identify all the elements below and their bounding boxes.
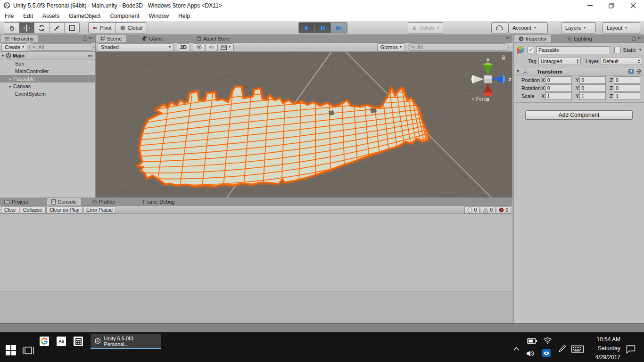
foldout-arrow-icon[interactable]: ▼ xyxy=(516,69,520,74)
expand-arrow-icon[interactable]: ▸ xyxy=(8,84,13,89)
expand-arrow-icon[interactable]: ▸ xyxy=(8,77,13,81)
menu-gameobject[interactable]: GameObject xyxy=(64,11,105,21)
static-checkbox[interactable] xyxy=(614,47,621,53)
task-view-button[interactable] xyxy=(22,346,35,355)
account-dropdown[interactable]: Account▾ xyxy=(508,22,548,33)
panel-menu-icon[interactable]: ▾≡ xyxy=(506,35,511,41)
scale-tool-button[interactable] xyxy=(50,23,65,33)
panel-menu-icon[interactable]: ▾≡ xyxy=(637,35,643,41)
rect-tool-button[interactable] xyxy=(65,23,79,33)
tab-asset-store[interactable]: Asset Store xyxy=(192,35,234,42)
scene-audio-button[interactable] xyxy=(205,43,217,51)
error-pause-button[interactable]: Error Pause xyxy=(83,206,116,214)
touch-keyboard-icon[interactable] xyxy=(571,346,584,353)
hierarchy-item-eventsystem[interactable]: EventSystem xyxy=(0,90,95,98)
console-log-area[interactable] xyxy=(0,214,512,291)
rotation-y-field[interactable] xyxy=(579,84,606,92)
volume-icon[interactable] xyxy=(526,350,535,357)
scene-search-input[interactable] xyxy=(417,44,505,50)
position-z-field[interactable] xyxy=(614,76,640,84)
menu-component[interactable]: Component xyxy=(105,11,144,21)
scene-menu-icon[interactable]: ▾≡ xyxy=(88,53,93,58)
gameobject-cube-icon[interactable] xyxy=(516,45,525,55)
create-button[interactable]: Create▾ xyxy=(1,43,27,51)
tab-frame-debug[interactable]: Frame Debug xyxy=(139,198,179,206)
clear-button[interactable]: Clear xyxy=(1,206,19,214)
pen-tray-icon[interactable] xyxy=(558,345,566,353)
start-button[interactable] xyxy=(6,345,16,355)
collab-dropdown[interactable]: Collab ▾ xyxy=(408,22,443,33)
hand-tool-button[interactable] xyxy=(4,23,19,33)
lock-icon[interactable] xyxy=(632,36,636,41)
tray-expand-chevron[interactable] xyxy=(513,346,520,351)
unity-taskbar-button[interactable]: Unity 5.5.0f3 Personal... xyxy=(91,334,161,348)
cloud-button[interactable] xyxy=(491,22,508,33)
tab-lighting[interactable]: Lighting xyxy=(562,35,596,42)
tab-game[interactable]: Game xyxy=(138,35,167,42)
wifi-icon[interactable] xyxy=(543,337,552,344)
menu-edit[interactable]: Edit xyxy=(18,11,38,21)
scene-viewport[interactable]: y z x < Persp xyxy=(96,52,512,198)
dictionary-taskbar-icon[interactable]: Aa xyxy=(57,337,66,346)
scene-effects-dropdown[interactable]: ▾ xyxy=(217,43,234,51)
scene-lighting-button[interactable] xyxy=(193,43,205,51)
scale-y-field[interactable] xyxy=(579,92,606,100)
lock-icon[interactable] xyxy=(501,55,506,60)
hierarchy-item-sun[interactable]: Sun xyxy=(0,60,95,67)
transform-component-header[interactable]: ▼ Transform ? xyxy=(514,67,644,76)
rotation-z-field[interactable] xyxy=(614,84,640,92)
rotation-x-field[interactable] xyxy=(545,84,572,92)
warning-count-toggle[interactable]: ! 0 xyxy=(480,206,495,214)
console-detail-area[interactable] xyxy=(0,291,512,324)
move-tool-button[interactable] xyxy=(19,23,34,33)
clear-on-play-button[interactable]: Clear on Play xyxy=(46,206,83,214)
layout-dropdown[interactable]: Layout▾ xyxy=(603,22,640,33)
tab-project[interactable]: Project xyxy=(0,198,32,206)
step-button[interactable] xyxy=(331,23,347,33)
panel-menu-icon[interactable]: ▾≡ xyxy=(89,35,94,41)
restore-button[interactable] xyxy=(601,0,622,11)
hierarchy-search-input[interactable] xyxy=(38,44,91,50)
tab-scene[interactable]: Scene xyxy=(96,34,126,42)
hierarchy-scene-row[interactable]: ▼ Main ▾≡ xyxy=(0,52,95,60)
tag-dropdown[interactable]: Untagged▴▾ xyxy=(538,57,581,65)
hierarchy-item-pausable[interactable]: ▸Pausable xyxy=(0,75,95,82)
layer-dropdown[interactable]: Default▴▾ xyxy=(601,57,642,65)
gear-icon[interactable] xyxy=(636,68,642,74)
tab-hierarchy[interactable]: Hierarchy xyxy=(0,34,38,42)
position-y-field[interactable] xyxy=(579,76,606,84)
menu-file[interactable]: File xyxy=(0,11,18,21)
2d-toggle-button[interactable]: 2D xyxy=(177,43,190,51)
projection-mode-label[interactable]: < Persp xyxy=(471,96,489,102)
hierarchy-item-canvas[interactable]: ▸Canvas xyxy=(0,82,95,90)
play-button[interactable] xyxy=(299,23,315,33)
pause-button[interactable] xyxy=(315,23,331,33)
scale-x-field[interactable] xyxy=(545,92,572,100)
static-dropdown-icon[interactable]: ▼ xyxy=(638,48,642,52)
menu-help[interactable]: Help xyxy=(173,11,195,21)
layers-dropdown[interactable]: Layers▾ xyxy=(561,22,596,33)
lock-icon[interactable] xyxy=(83,36,87,41)
hierarchy-item-maincontroller[interactable]: MainController xyxy=(0,67,95,75)
tab-profiler[interactable]: Profiler xyxy=(88,198,120,206)
minimize-button[interactable] xyxy=(579,0,601,11)
menu-window[interactable]: Window xyxy=(144,11,173,21)
object-name-field[interactable] xyxy=(537,46,610,54)
scene-mesh[interactable] xyxy=(132,80,440,193)
collapse-button[interactable]: Collapse xyxy=(20,206,46,214)
battery-icon[interactable] xyxy=(527,338,537,344)
foldout-arrow-icon[interactable]: ▼ xyxy=(0,54,6,58)
calculator-taskbar-icon[interactable] xyxy=(74,337,83,346)
rotate-tool-button[interactable] xyxy=(34,23,50,33)
global-toggle-button[interactable]: Global xyxy=(116,23,147,33)
active-checkbox[interactable]: ✓ xyxy=(528,47,534,53)
eye-tray-icon[interactable] xyxy=(542,349,551,357)
taskbar-clock[interactable]: 10:54 AM Saturday 4/29/2017 xyxy=(584,335,620,362)
error-count-toggle[interactable]: ! 0 xyxy=(496,206,511,214)
tab-inspector[interactable]: i Inspector xyxy=(514,34,552,42)
gizmos-dropdown[interactable]: Gizmos▾ xyxy=(377,43,405,51)
pivot-toggle-button[interactable]: Pivot xyxy=(89,23,116,33)
position-x-field[interactable] xyxy=(545,76,572,84)
action-center-icon[interactable] xyxy=(626,345,636,354)
chrome-taskbar-icon[interactable] xyxy=(40,337,49,346)
